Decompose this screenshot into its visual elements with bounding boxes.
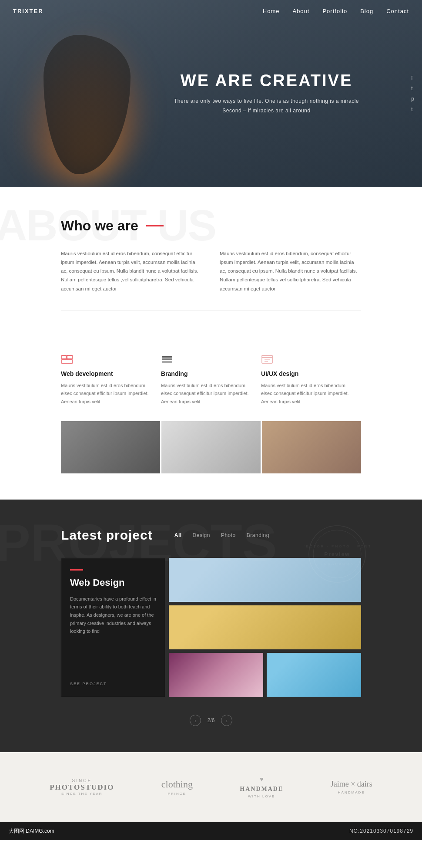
main-nav: Home About Portfolio Blog Contact [263, 8, 409, 14]
brand-jaimedairs-name: Jaime × dairs [331, 780, 372, 789]
prev-page-button[interactable]: ‹ [190, 715, 201, 726]
service-image-1[interactable]: + [61, 421, 160, 473]
thumb-row-3 [169, 653, 361, 697]
thumbnail-3[interactable] [169, 653, 263, 697]
thumbnail-2[interactable] [169, 605, 361, 649]
brand-handmade: ♥ HANDMADE WITH LOVE [240, 776, 283, 798]
watermark-right-text: NO:2021033070198729 [349, 828, 413, 834]
service-branding: Branding Mauris vestibulum est id eros b… [161, 355, 261, 406]
watermark-bar: 大图网 DAIMG.com NO:2021033070198729 [0, 822, 422, 840]
svg-rect-4 [162, 358, 172, 360]
uiux-icon [261, 355, 352, 367]
nav-about[interactable]: About [292, 8, 309, 14]
nav-blog[interactable]: Blog [360, 8, 373, 14]
svg-rect-5 [162, 361, 172, 363]
about-col-2: Mauris vestibulum est id eros bibendum, … [220, 249, 361, 293]
hero-section: TRIXTER Home About Portfolio Blog Contac… [0, 0, 422, 187]
thumbnail-4[interactable] [267, 653, 361, 697]
service-image-2[interactable]: + [161, 421, 261, 473]
about-section: ABOUT US Who we are Mauris vestibulum es… [0, 187, 422, 355]
svg-rect-6 [262, 355, 272, 363]
brand-handmade-name: HANDMADE [240, 786, 283, 793]
service-web-dev: Web development Mauris vestibulum est id… [61, 355, 161, 406]
web-dev-title: Web development [61, 370, 152, 377]
service-image-3[interactable]: + [262, 421, 361, 473]
facebook-icon[interactable]: f [411, 75, 414, 81]
brand-jaimedairs-sub: HANDMADE [338, 790, 365, 794]
about-columns: Mauris vestibulum est id eros bibendum, … [61, 249, 361, 293]
see-project-link[interactable]: SEE PROJECT [70, 682, 156, 686]
project-main-title: Web Design [70, 577, 156, 588]
svg-rect-2 [62, 360, 72, 363]
about-col-1: Mauris vestibulum est id eros bibendum, … [61, 249, 202, 293]
plus-icon-2: + [204, 440, 218, 454]
branding-title: Branding [161, 370, 252, 377]
brand-photo-sub: SINCE THE YEAR [61, 792, 102, 796]
brands-section: SINCE PHOTOSTUDIO SINCE THE YEAR clothin… [0, 752, 422, 822]
brand-clothing: clothing PRINCE [161, 779, 193, 796]
badge-watermark: VECTOR · PHOTO · FONT Preview SCRAPBOOK [305, 521, 370, 587]
brand-handmade-sub: WITH LOVE [248, 794, 275, 798]
heart-icon: ♥ [260, 776, 263, 783]
uiux-desc: Mauris vestibulum est id eros bibendum e… [261, 382, 352, 406]
svg-text:Preview: Preview [324, 551, 350, 557]
hero-subtitle: There are only two ways to live life. On… [174, 97, 359, 115]
portfolio-pagination: ‹ 2/6 › [0, 710, 422, 726]
nav-home[interactable]: Home [263, 8, 280, 14]
web-dev-desc: Mauris vestibulum est id eros bibendum e… [61, 382, 152, 406]
brand-jaimedairs: Jaime × dairs HANDMADE [331, 780, 372, 794]
svg-rect-1 [67, 355, 72, 359]
site-header: TRIXTER Home About Portfolio Blog Contac… [0, 0, 422, 22]
hero-title: WE ARE CREATIVE [174, 71, 359, 90]
service-uiux: UI/UX design Mauris vestibulum est id er… [261, 355, 361, 406]
svg-rect-3 [162, 356, 172, 358]
plus-icon: + [104, 440, 117, 454]
services-section: Web development Mauris vestibulum est id… [0, 355, 422, 406]
hero-background: TRIXTER Home About Portfolio Blog Contac… [0, 0, 422, 187]
about-divider [61, 311, 361, 311]
page-indicator: 2/6 [208, 717, 215, 723]
next-page-button[interactable]: › [221, 715, 232, 726]
brand-photo-name: PHOTOSTUDIO [50, 783, 114, 792]
nav-contact[interactable]: Contact [386, 8, 409, 14]
about-bg-text: ABOUT US [0, 200, 216, 250]
main-project-card[interactable]: Web Design Documentaries have a profound… [61, 558, 165, 697]
brand-photostudio: SINCE PHOTOSTUDIO SINCE THE YEAR [50, 778, 114, 796]
branding-desc: Mauris vestibulum est id eros bibendum e… [161, 382, 252, 406]
watermark-left-text: 大图网 DAIMG.com [9, 827, 54, 835]
portfolio-section: PROJECTS VECTOR · PHOTO · FONT Preview S… [0, 500, 422, 752]
svg-text:SCRAPBOOK: SCRAPBOOK [320, 562, 354, 566]
uiux-title: UI/UX design [261, 370, 352, 377]
brand-clothing-sub: PRINCE [168, 792, 186, 796]
nav-portfolio[interactable]: Portfolio [322, 8, 347, 14]
social-icons: f t p t [411, 75, 414, 112]
svg-text:VECTOR · PHOTO · FONT: VECTOR · PHOTO · FONT [305, 544, 370, 548]
hero-content: WE ARE CREATIVE There are only two ways … [174, 71, 359, 115]
thumb-row-2 [169, 605, 361, 649]
brand-photo-top: SINCE [72, 778, 92, 783]
svg-rect-0 [62, 355, 66, 359]
brand-clothing-name: clothing [161, 779, 193, 790]
site-logo: TRIXTER [13, 8, 44, 14]
service-images: + + + [0, 421, 422, 473]
branding-icon [161, 355, 252, 367]
pinterest-icon[interactable]: p [411, 96, 414, 102]
twitter-icon[interactable]: t [411, 85, 414, 91]
project-accent-line [70, 569, 83, 571]
tumblr-icon[interactable]: t [411, 106, 414, 112]
plus-icon-3: + [305, 440, 318, 454]
project-main-desc: Documentaries have a profound effect in … [70, 595, 156, 673]
web-dev-icon [61, 355, 152, 367]
